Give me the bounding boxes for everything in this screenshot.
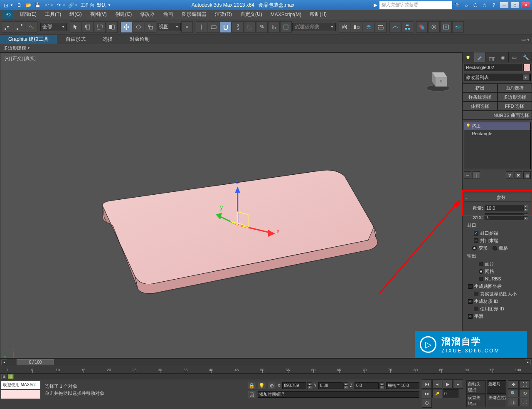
menu-views[interactable]: 视图(V) xyxy=(86,10,111,19)
track-filter-icon[interactable]: ⊟ xyxy=(8,374,14,379)
cap-end-check[interactable]: ✓封口末端 xyxy=(474,237,528,244)
ribbon-toggle-icon[interactable] xyxy=(375,21,387,33)
pan-icon[interactable]: ✥ xyxy=(508,380,519,389)
timeslider-right-icon[interactable]: ▸ xyxy=(525,359,531,365)
ribbon-tab-freeform[interactable]: 自由形式 xyxy=(57,35,94,44)
move-icon[interactable] xyxy=(121,21,132,33)
play-icon[interactable]: ▶ xyxy=(443,379,453,389)
cp-tab-create[interactable]: ✹ xyxy=(463,52,474,62)
remove-mod-icon[interactable]: ✖ xyxy=(515,171,522,179)
menu-grapheditors[interactable]: 图形编辑器 xyxy=(177,10,211,19)
help-icon[interactable]: ? xyxy=(490,1,498,9)
cp-tab-utilities[interactable]: 🔧 xyxy=(520,52,532,62)
app-logo-icon[interactable]: ⟲ xyxy=(2,10,14,19)
ribbon-expand-icon[interactable]: ▭ ▾ xyxy=(519,35,532,44)
add-time-tag[interactable]: 添加时间标记 xyxy=(258,391,419,398)
modbtn-spline[interactable]: 样条线选择 xyxy=(463,92,498,102)
lock-selection-icon[interactable]: 🔒 xyxy=(248,382,256,389)
angle-snap-2-icon[interactable] xyxy=(244,21,256,33)
select-rect-icon[interactable] xyxy=(94,21,106,33)
ribbon-panel-polymodeling[interactable]: 多边形建模▾ xyxy=(0,44,532,52)
binoculars-icon[interactable]: 🔭 xyxy=(453,1,461,9)
favorite-icon[interactable]: ☆ xyxy=(480,1,489,9)
snap-toggle-icon[interactable] xyxy=(220,21,232,33)
configure-icon[interactable]: ▤ xyxy=(523,171,531,179)
comm-center-icon[interactable]: ⬡ xyxy=(471,1,480,9)
zoom-extents-icon[interactable]: ⛶ xyxy=(519,380,530,389)
segments-spinner[interactable]: 1 ▲▼ xyxy=(485,213,528,220)
cp-tab-motion[interactable]: ◉ xyxy=(497,52,509,62)
menu-animation[interactable]: 动画 xyxy=(159,10,177,19)
prev-frame-icon[interactable]: ◂ xyxy=(432,379,442,389)
timeslider-left-icon[interactable]: ◂ xyxy=(1,359,7,365)
cp-tab-modify[interactable] xyxy=(474,52,486,62)
object-color-swatch[interactable] xyxy=(523,64,531,71)
stack-item-extrude[interactable]: 💡挤出 xyxy=(464,122,530,130)
key-filters-button[interactable]: 关键点过滤器... xyxy=(487,394,506,407)
schematic-icon[interactable] xyxy=(401,21,413,33)
spinner-snap-icon[interactable] xyxy=(268,21,280,33)
layer-manager-icon[interactable] xyxy=(363,21,374,33)
named-selset-combo[interactable]: 创建选择集▼ xyxy=(292,23,336,31)
menu-rendering[interactable]: 渲染(R) xyxy=(211,10,236,19)
menu-tools[interactable]: 工具(T) xyxy=(41,10,65,19)
menu-group[interactable]: 组(G) xyxy=(65,10,86,19)
unique-icon[interactable]: ∀ xyxy=(506,171,513,179)
align-icon[interactable] xyxy=(351,21,362,33)
mirror-icon[interactable] xyxy=(339,21,350,33)
manipulate-icon[interactable] xyxy=(196,21,207,33)
auto-key-button[interactable]: 自动关键点 xyxy=(466,380,486,394)
link-icon[interactable]: 🔗 xyxy=(67,1,75,9)
cp-tab-display[interactable]: ▭ xyxy=(509,52,520,62)
nurbs-radio[interactable]: NURBS xyxy=(479,275,528,283)
material-editor-icon[interactable] xyxy=(416,21,428,33)
modbtn-vol[interactable]: 体积选择 xyxy=(463,102,498,111)
key-icon[interactable]: ⌕ xyxy=(462,1,470,9)
fov-icon[interactable]: ◫ xyxy=(508,398,519,406)
rollout-header-params[interactable]: -参数 xyxy=(464,193,531,202)
ref-coord-combo[interactable]: 视图▼ xyxy=(157,23,181,31)
rotate-icon[interactable] xyxy=(133,21,144,33)
curve-editor-icon[interactable] xyxy=(389,21,401,33)
next-frame-icon[interactable]: ▸ xyxy=(453,379,463,389)
open-icon[interactable]: 📂 xyxy=(25,1,33,9)
minimize-button[interactable]: ─ xyxy=(500,2,509,8)
modifier-stack[interactable]: 💡挤出 Rectangle xyxy=(464,122,531,169)
dropdown-icon[interactable]: ▼ xyxy=(10,3,13,7)
dropdown-icon[interactable]: ▾ xyxy=(63,3,65,7)
gen-mapping-check[interactable]: 生成贴图坐标 xyxy=(468,283,528,290)
dropdown-icon[interactable]: ▾ xyxy=(75,3,77,7)
coord-y-input[interactable]: 8.88 xyxy=(318,382,342,389)
show-end-icon[interactable]: ∥ xyxy=(473,171,480,179)
patch-radio[interactable]: 面片 xyxy=(479,260,528,268)
grid-radio[interactable]: 栅格 xyxy=(493,244,508,252)
modbtn-nurbs[interactable]: NURBS 曲面选择 xyxy=(463,111,532,120)
cap-start-check[interactable]: ✓封口始端 xyxy=(474,229,528,237)
new-icon[interactable]: 🗋 xyxy=(15,1,24,9)
modbtn-extrude[interactable]: 挤出 xyxy=(463,83,498,92)
time-slider[interactable]: ◂ 0 / 100 ▸ xyxy=(0,359,532,366)
morph-radio[interactable]: 变形 xyxy=(472,244,488,252)
select-link-icon[interactable] xyxy=(2,21,13,33)
dropdown-icon[interactable]: ▾ xyxy=(51,3,53,7)
goto-start-icon[interactable]: ⏮ xyxy=(422,379,432,389)
object-name-input[interactable]: Rectangle002 xyxy=(464,64,522,71)
coord-z-input[interactable]: 0.0 xyxy=(355,382,379,389)
modbtn-poly[interactable]: 多边形选择 xyxy=(498,92,532,102)
coord-toggle-icon[interactable]: ⊕ xyxy=(268,382,276,389)
cp-tab-hierarchy[interactable]: ╓╥ xyxy=(486,52,498,62)
time-slider-handle[interactable]: 0 / 100 xyxy=(17,359,54,365)
keyboard-shortcut-icon[interactable] xyxy=(208,21,219,33)
set-key-button[interactable]: 设置关键点 xyxy=(466,394,486,407)
key-target-combo[interactable]: 选定对 xyxy=(487,380,506,394)
modifier-list-dropdown[interactable]: 修改器列表▼ xyxy=(464,74,531,81)
edit-selset-icon[interactable] xyxy=(280,21,292,33)
stack-item-rectangle[interactable]: Rectangle xyxy=(464,130,530,137)
timeline-ruler[interactable]: 0510152025303540455055606570758085909510… xyxy=(0,366,532,374)
gen-matid-check[interactable]: ✓生成材质 ID xyxy=(468,297,528,305)
bind-spacewarp-icon[interactable] xyxy=(26,21,37,33)
select-name-icon[interactable] xyxy=(82,21,94,33)
time-tag-icon[interactable]: 🕮 xyxy=(248,391,256,398)
menu-create[interactable]: 创建(C) xyxy=(111,10,136,19)
dropdown-icon[interactable]: ▼ xyxy=(108,3,111,7)
